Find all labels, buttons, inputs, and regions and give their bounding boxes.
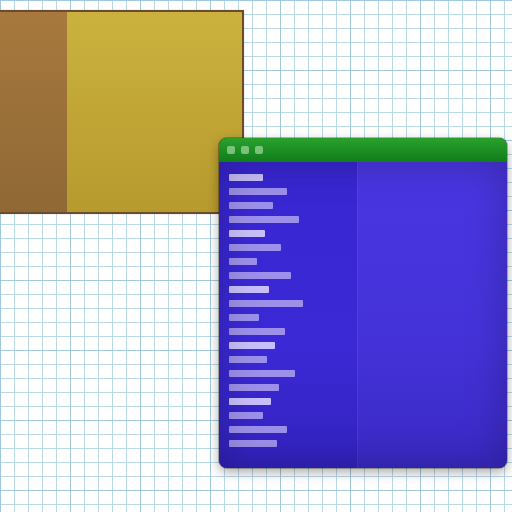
code-token-bar [229,286,269,293]
code-line [229,312,349,323]
code-line [229,424,349,435]
code-line [229,256,349,267]
code-line [229,200,349,211]
code-line [229,298,349,309]
titlebar-control-icon[interactable] [255,146,263,154]
titlebar-control-icon[interactable] [241,146,249,154]
code-token-bar [229,398,271,405]
code-token-bar [229,174,263,181]
code-token-bar [229,230,265,237]
code-token-bar [229,356,267,363]
app-window[interactable] [219,138,507,468]
color-card [0,10,244,214]
code-line [229,396,349,407]
code-token-bar [229,440,277,447]
code-token-bar [229,342,275,349]
code-token-bar [229,188,287,195]
code-line [229,172,349,183]
code-line [229,382,349,393]
color-card-left [0,12,67,212]
code-line [229,270,349,281]
code-token-bar [229,412,263,419]
code-token-bar [229,328,285,335]
code-line [229,354,349,365]
code-line [229,438,349,449]
canvas [0,0,512,512]
code-line [229,284,349,295]
code-token-bar [229,370,295,377]
code-line [229,228,349,239]
titlebar-control-icon[interactable] [227,146,235,154]
code-line [229,326,349,337]
color-card-right [67,12,242,212]
code-token-bar [229,300,303,307]
code-token-bar [229,314,259,321]
code-token-bar [229,272,291,279]
code-line [229,410,349,421]
code-line [229,186,349,197]
window-titlebar[interactable] [219,138,507,162]
code-token-bar [229,258,257,265]
code-token-bar [229,244,281,251]
code-token-bar [229,202,273,209]
code-line [229,214,349,225]
code-token-bar [229,216,299,223]
window-body [219,162,507,468]
preview-pane[interactable] [357,162,507,468]
code-token-bar [229,384,279,391]
code-line [229,340,349,351]
code-token-bar [229,426,287,433]
code-pane[interactable] [219,162,357,468]
code-line [229,242,349,253]
code-line [229,368,349,379]
